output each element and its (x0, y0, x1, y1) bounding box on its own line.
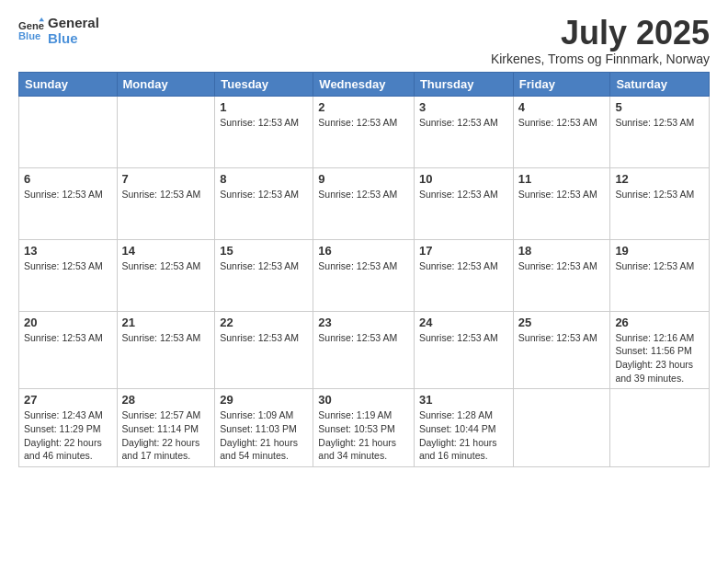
day-number: 24 (419, 316, 508, 329)
day-info: Sunrise: 12:53 AM (122, 188, 210, 201)
col-thursday: Thursday (414, 72, 513, 96)
day-number: 13 (24, 244, 112, 258)
day-cell: 17Sunrise: 12:53 AM (414, 239, 513, 311)
day-info: Sunrise: 12:53 AM (419, 331, 508, 345)
day-cell: 31Sunrise: 1:28 AM Sunset: 10:44 PM Dayl… (414, 389, 513, 467)
col-monday: Monday (117, 72, 215, 96)
day-number: 5 (615, 100, 704, 114)
day-number: 14 (122, 244, 210, 258)
day-cell: 11Sunrise: 12:53 AM (513, 167, 610, 239)
day-cell: 19Sunrise: 12:53 AM (610, 239, 710, 311)
day-number: 7 (122, 172, 210, 186)
calendar: Sunday Monday Tuesday Wednesday Thursday… (18, 72, 710, 468)
day-cell (117, 96, 215, 167)
svg-text:Blue: Blue (18, 30, 40, 41)
header: General Blue General Blue July 2025 Kirk… (18, 15, 710, 66)
day-cell: 29Sunrise: 1:09 AM Sunset: 11:03 PM Dayl… (215, 389, 313, 467)
day-number: 6 (24, 172, 112, 186)
col-friday: Friday (513, 72, 610, 96)
day-number: 27 (24, 393, 112, 407)
day-cell: 13Sunrise: 12:53 AM (19, 239, 118, 311)
day-info: Sunrise: 12:53 AM (24, 188, 112, 201)
day-info: Sunrise: 1:09 AM Sunset: 11:03 PM Daylig… (220, 408, 308, 463)
day-info: Sunrise: 12:53 AM (24, 331, 112, 345)
day-info: Sunrise: 12:53 AM (518, 116, 606, 130)
day-cell: 26Sunrise: 12:16 AM Sunset: 11:56 PM Day… (610, 311, 710, 389)
day-info: Sunrise: 12:53 AM (419, 116, 508, 130)
day-info: Sunrise: 12:53 AM (122, 259, 210, 273)
day-cell: 28Sunrise: 12:57 AM Sunset: 11:14 PM Day… (117, 389, 215, 467)
week-row-4: 27Sunrise: 12:43 AM Sunset: 11:29 PM Day… (19, 389, 710, 467)
day-info: Sunrise: 12:53 AM (615, 188, 704, 201)
logo-blue: Blue (48, 30, 99, 46)
day-cell: 5Sunrise: 12:53 AM (610, 96, 710, 167)
day-number: 29 (220, 393, 308, 407)
day-cell: 7Sunrise: 12:53 AM (117, 167, 215, 239)
col-saturday: Saturday (610, 72, 710, 96)
day-number: 28 (122, 393, 210, 407)
day-cell: 12Sunrise: 12:53 AM (610, 167, 710, 239)
day-cell: 16Sunrise: 12:53 AM (313, 239, 415, 311)
day-cell: 21Sunrise: 12:53 AM (117, 311, 215, 389)
day-number: 25 (518, 316, 606, 329)
day-number: 21 (122, 316, 210, 329)
logo-general: General (48, 15, 99, 30)
day-cell: 9Sunrise: 12:53 AM (313, 167, 415, 239)
day-info: Sunrise: 12:53 AM (220, 188, 308, 201)
day-info: Sunrise: 12:53 AM (615, 259, 704, 273)
day-cell: 24Sunrise: 12:53 AM (414, 311, 513, 389)
day-number: 23 (318, 316, 409, 329)
day-number: 10 (419, 172, 508, 186)
title-area: July 2025 Kirkenes, Troms og Finnmark, N… (491, 15, 710, 66)
day-number: 20 (24, 316, 112, 329)
day-info: Sunrise: 12:16 AM Sunset: 11:56 PM Dayli… (615, 331, 704, 385)
day-cell: 14Sunrise: 12:53 AM (117, 239, 215, 311)
day-number: 26 (615, 316, 704, 329)
day-number: 17 (419, 244, 508, 258)
week-row-0: 1Sunrise: 12:53 AM2Sunrise: 12:53 AM3Sun… (19, 96, 710, 167)
day-info: Sunrise: 12:53 AM (220, 331, 308, 345)
day-info: Sunrise: 12:53 AM (220, 259, 308, 273)
day-cell: 27Sunrise: 12:43 AM Sunset: 11:29 PM Day… (19, 389, 118, 467)
month-title: July 2025 (491, 15, 710, 52)
logo-icon: General Blue (18, 17, 44, 43)
day-cell: 1Sunrise: 12:53 AM (215, 96, 313, 167)
day-info: Sunrise: 12:53 AM (220, 116, 308, 130)
week-row-1: 6Sunrise: 12:53 AM7Sunrise: 12:53 AM8Sun… (19, 167, 710, 239)
svg-text:General: General (18, 20, 44, 31)
day-number: 9 (318, 172, 409, 186)
day-cell: 10Sunrise: 12:53 AM (414, 167, 513, 239)
day-info: Sunrise: 12:43 AM Sunset: 11:29 PM Dayli… (24, 408, 112, 463)
day-number: 22 (220, 316, 308, 329)
day-info: Sunrise: 12:53 AM (419, 259, 508, 273)
day-info: Sunrise: 12:53 AM (318, 188, 409, 201)
day-cell: 30Sunrise: 1:19 AM Sunset: 10:53 PM Dayl… (313, 389, 415, 467)
day-cell (513, 389, 610, 467)
logo: General Blue General Blue (18, 15, 99, 47)
day-number: 1 (220, 100, 308, 114)
day-number: 2 (318, 100, 409, 114)
day-info: Sunrise: 12:53 AM (518, 331, 606, 345)
day-info: Sunrise: 12:53 AM (318, 259, 409, 273)
day-info: Sunrise: 12:53 AM (318, 116, 409, 130)
day-number: 4 (518, 100, 606, 114)
day-number: 19 (615, 244, 704, 258)
day-cell: 3Sunrise: 12:53 AM (414, 96, 513, 167)
day-info: Sunrise: 12:53 AM (419, 188, 508, 201)
day-info: Sunrise: 12:53 AM (24, 259, 112, 273)
day-cell: 2Sunrise: 12:53 AM (313, 96, 415, 167)
day-cell (610, 389, 710, 467)
day-info: Sunrise: 1:28 AM Sunset: 10:44 PM Daylig… (419, 408, 508, 463)
day-info: Sunrise: 12:53 AM (615, 116, 704, 130)
day-number: 8 (220, 172, 308, 186)
day-number: 15 (220, 244, 308, 258)
day-cell: 8Sunrise: 12:53 AM (215, 167, 313, 239)
day-cell (19, 96, 118, 167)
day-info: Sunrise: 12:53 AM (318, 331, 409, 345)
day-cell: 25Sunrise: 12:53 AM (513, 311, 610, 389)
day-cell: 4Sunrise: 12:53 AM (513, 96, 610, 167)
day-number: 12 (615, 172, 704, 186)
col-wednesday: Wednesday (313, 72, 415, 96)
day-cell: 6Sunrise: 12:53 AM (19, 167, 118, 239)
week-row-2: 13Sunrise: 12:53 AM14Sunrise: 12:53 AM15… (19, 239, 710, 311)
